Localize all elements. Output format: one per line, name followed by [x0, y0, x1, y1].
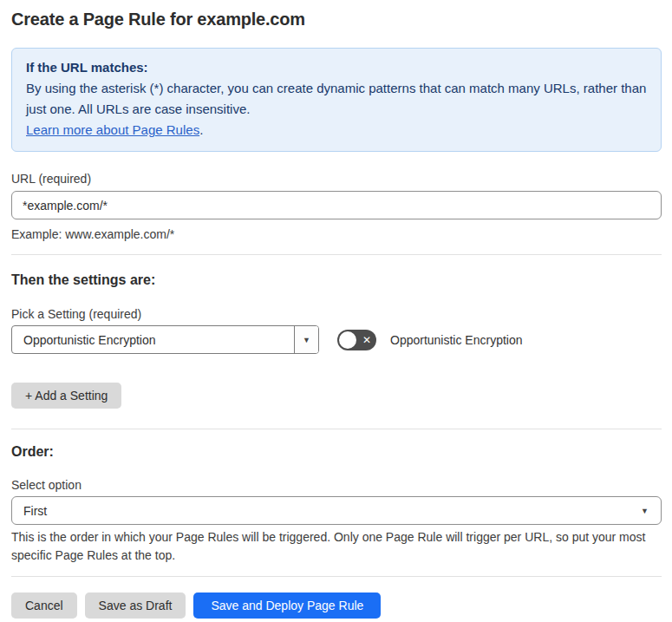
setting-picker-label: Pick a Setting (required) — [11, 305, 662, 323]
info-box-link-line: Learn more about Page Rules. — [26, 120, 647, 141]
setting-picker-value: Opportunistic Encryption — [12, 326, 294, 353]
opportunistic-encryption-toggle[interactable]: ✕ — [337, 330, 376, 350]
page-title: Create a Page Rule for example.com — [11, 9, 662, 29]
chevron-down-icon: ▼ — [641, 507, 649, 515]
setting-row: Opportunistic Encryption ▼ ✕ Opportunist… — [11, 325, 662, 354]
divider — [11, 429, 662, 429]
order-select-label: Select option — [11, 476, 662, 494]
toggle-knob — [339, 331, 356, 349]
save-deploy-button[interactable]: Save and Deploy Page Rule — [193, 593, 381, 619]
setting-picker-dropdown[interactable]: Opportunistic Encryption ▼ — [11, 325, 319, 354]
learn-more-link[interactable]: Learn more about Page Rules — [26, 122, 199, 137]
order-section-heading: Order: — [11, 443, 662, 461]
url-field-label: URL (required) — [11, 170, 662, 187]
info-box-heading: If the URL matches: — [26, 57, 647, 78]
save-draft-button[interactable]: Save as Draft — [85, 593, 186, 619]
link-suffix: . — [199, 122, 203, 137]
x-icon: ✕ — [362, 330, 371, 350]
settings-section-heading: Then the settings are: — [11, 272, 662, 289]
cancel-button[interactable]: Cancel — [11, 593, 77, 619]
add-setting-button[interactable]: + Add a Setting — [11, 383, 121, 409]
url-match-info-box: If the URL matches: By using the asteris… — [11, 48, 662, 152]
info-box-body: By using the asterisk (*) character, you… — [26, 78, 647, 120]
url-field-help: Example: www.example.com/* — [11, 226, 662, 243]
footer-actions: Cancel Save as Draft Save and Deploy Pag… — [11, 593, 662, 619]
divider — [11, 254, 662, 255]
picker-caret-button[interactable]: ▼ — [294, 326, 318, 353]
order-select-value: First — [23, 504, 47, 518]
divider — [11, 576, 662, 577]
chevron-down-icon: ▼ — [303, 336, 310, 344]
order-help-text: This is the order in which your Page Rul… — [11, 528, 662, 565]
order-select[interactable]: First ▼ — [11, 496, 662, 525]
url-input[interactable] — [11, 191, 662, 219]
toggle-label: Opportunistic Encryption — [390, 333, 523, 347]
page-rule-form: Create a Page Rule for example.com If th… — [0, 0, 672, 619]
